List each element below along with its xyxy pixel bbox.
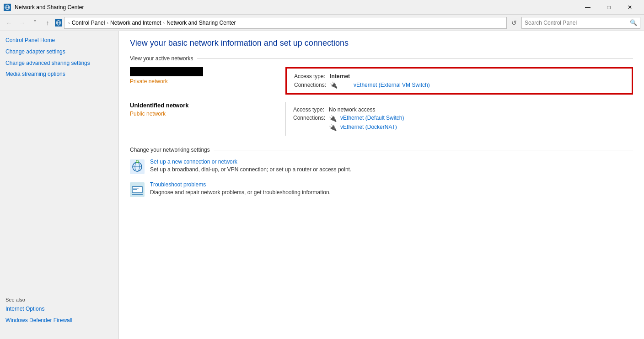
network-2-info: Unidentified network Public network: [130, 102, 285, 117]
change-settings-section: Change your networking settings +: [130, 147, 633, 197]
troubleshoot-item: Troubleshoot problems Diagnose and repai…: [130, 181, 633, 197]
network-1-access-type-value: Internet: [330, 73, 350, 79]
network-2-ethernet-icon-1: 🔌: [329, 115, 337, 122]
maximize-button[interactable]: □: [598, 0, 619, 15]
network-2-connection-link-2[interactable]: vEthernet (DockerNAT): [340, 124, 626, 130]
active-networks-section-header: View your active networks: [130, 55, 633, 62]
path-control-panel[interactable]: Control Panel: [72, 20, 105, 26]
sidebar-item-control-panel-home[interactable]: Control Panel Home: [5, 37, 113, 44]
svg-rect-18: [133, 188, 139, 189]
network-1-name-blocked: [130, 67, 203, 76]
network-1-info: Private network: [130, 67, 285, 85]
path-separator-1: ›: [68, 20, 70, 26]
troubleshoot-icon-svg: [130, 182, 145, 197]
content-area: View your basic network information and …: [119, 31, 644, 339]
window-title: Network and Sharing Center: [15, 4, 84, 11]
troubleshoot-desc: Diagnose and repair network problems, or…: [150, 189, 331, 196]
settings-items: + Set up a new connection or network Set…: [130, 159, 633, 197]
network-1-access-type-label: Access type:: [294, 73, 326, 79]
setup-connection-item: + Set up a new connection or network Set…: [130, 159, 633, 174]
path-separator-2: ›: [107, 20, 108, 26]
search-box[interactable]: 🔍: [521, 17, 640, 29]
troubleshoot-text: Troubleshoot problems Diagnose and repai…: [150, 181, 331, 196]
window-controls: — □ ✕: [577, 0, 640, 15]
close-button[interactable]: ✕: [619, 0, 640, 15]
minimize-button[interactable]: —: [577, 0, 598, 15]
setup-connection-icon: +: [130, 159, 145, 174]
troubleshoot-title[interactable]: Troubleshoot problems: [150, 181, 331, 188]
forward-button[interactable]: →: [16, 17, 27, 28]
network-2-access-type-label: Access type:: [293, 106, 325, 113]
network-2-details: Access type: No network access Connectio…: [285, 102, 633, 136]
dropdown-button[interactable]: ˅: [29, 17, 40, 28]
active-networks-title: View your active networks: [130, 55, 193, 62]
svg-rect-19: [133, 189, 137, 190]
main-container: Control Panel Home Change adapter settin…: [0, 31, 644, 339]
address-bar-icon: [55, 19, 62, 26]
path-network-sharing[interactable]: Network and Sharing Center: [166, 20, 236, 26]
section-divider-2: [214, 150, 633, 150]
setup-connection-text: Set up a new connection or network Set u…: [150, 159, 351, 173]
sidebar-item-change-adapter[interactable]: Change adapter settings: [5, 48, 113, 56]
network-2-connection-link-1[interactable]: vEthernet (Default Switch): [340, 115, 626, 121]
network-2-ethernet-icon-2: 🔌: [329, 124, 337, 131]
network-2-name: Unidentified network: [130, 102, 278, 109]
section-divider-1: [197, 58, 633, 59]
networks-container: Private network Access type: Internet Co…: [130, 67, 633, 136]
network-2-type: Public network: [130, 111, 278, 117]
setup-connection-title[interactable]: Set up a new connection or network: [150, 159, 351, 165]
network-1-connections-label: Connections:: [294, 82, 326, 88]
search-icon: 🔍: [630, 19, 637, 26]
network-2-details-grid: Access type: No network access Connectio…: [293, 106, 626, 131]
network-2-connections-label: Connections:: [293, 115, 325, 121]
sidebar-item-internet-options[interactable]: Internet Options: [5, 305, 113, 313]
see-also-heading: See also: [5, 297, 113, 302]
up-button[interactable]: ↑: [42, 17, 53, 28]
sidebar: Control Panel Home Change adapter settin…: [0, 31, 119, 339]
path-separator-3: ›: [163, 20, 165, 26]
network-1-ethernet-icon: 🔌: [330, 81, 350, 89]
refresh-button[interactable]: ↺: [509, 17, 520, 28]
title-bar: Network and Sharing Center — □ ✕: [0, 0, 644, 15]
sidebar-item-change-advanced-sharing[interactable]: Change advanced sharing settings: [5, 59, 113, 67]
setup-icon-svg: +: [130, 159, 145, 174]
address-bar: ← → ˅ ↑ › Control Panel › Network and In…: [0, 15, 644, 31]
network-row-2: Unidentified network Public network Acce…: [130, 102, 633, 136]
change-settings-title: Change your networking settings: [130, 147, 210, 153]
network-2-access-type-value: No network access: [329, 106, 626, 113]
network-1-connection-link-1[interactable]: vEthernet (External VM Switch): [354, 82, 624, 88]
network-row-1: Private network Access type: Internet Co…: [130, 67, 633, 95]
page-title: View your basic network information and …: [130, 38, 633, 48]
address-path[interactable]: › Control Panel › Network and Internet ›…: [64, 17, 507, 29]
back-button[interactable]: ←: [4, 17, 15, 28]
sidebar-item-media-streaming[interactable]: Media streaming options: [5, 70, 113, 78]
svg-text:+: +: [136, 160, 138, 163]
change-settings-section-header: Change your networking settings: [130, 147, 633, 153]
sidebar-item-windows-defender[interactable]: Windows Defender Firewall: [5, 317, 113, 324]
svg-rect-17: [132, 194, 143, 195]
network-1-details-highlighted: Access type: Internet Connections: 🔌 vEt…: [285, 67, 633, 95]
path-network-internet[interactable]: Network and Internet: [110, 20, 161, 26]
troubleshoot-icon: [130, 182, 145, 197]
search-input[interactable]: [525, 20, 628, 26]
setup-connection-desc: Set up a broadband, dial-up, or VPN conn…: [150, 166, 351, 173]
network-1-type: Private network: [130, 78, 278, 85]
app-icon: [4, 4, 11, 11]
